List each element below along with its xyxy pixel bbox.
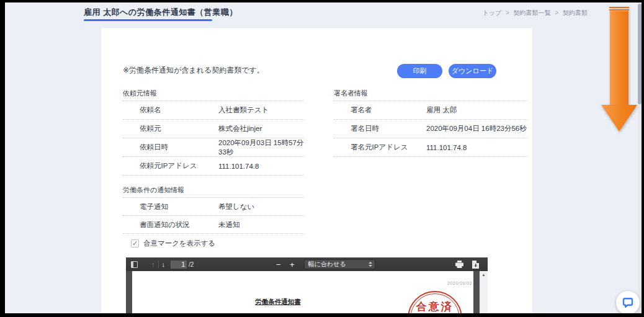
row-value: 雇用 太郎 (426, 105, 457, 115)
page-down-icon[interactable]: ↓ (162, 261, 166, 268)
fit-mode-label: 幅に合わせる (305, 260, 369, 269)
row-label: 依頼日時 (123, 143, 218, 152)
down-arrow-annotation-icon (595, 7, 643, 135)
zoom-in-icon[interactable]: + (288, 260, 297, 269)
table-row: 依頼日時 2020年09月03日 15時57分33秒 (123, 138, 304, 157)
checkbox[interactable]: ✓ (131, 239, 139, 248)
breadcrumb-item-contract: 契約書類 (563, 9, 588, 16)
select-spinner-icon (369, 260, 372, 269)
chat-launcher-button[interactable] (616, 291, 640, 315)
agreement-stamp: 合意済 合意日時 (408, 291, 462, 317)
page-count-label: /2 (189, 261, 194, 268)
breadcrumb-separator: > (506, 9, 509, 16)
row-value: 株式会社jinjer (218, 124, 262, 133)
signer-info-section: 署名者情報 署名者 雇用 太郎 署名日時 2020年09月04日 16時23分5… (334, 88, 527, 157)
row-label: 署名者 (334, 105, 426, 115)
row-label: 電子通知 (123, 202, 218, 212)
checkbox-label: 合意マークを表示する (143, 239, 215, 248)
row-value: 未通知 (218, 220, 240, 230)
zoom-out-icon[interactable]: − (274, 260, 283, 269)
row-label: 署名元IPアドレス (334, 143, 426, 152)
print-icon[interactable] (455, 261, 463, 268)
download-icon[interactable] (472, 261, 479, 269)
page-title-underline (84, 19, 212, 21)
pdf-viewer: 2020/09/03 労働条件通知書 合意済 合意日時 ↑ ↓ /2 − + 幅… (126, 257, 488, 317)
row-value: 2020年09月04日 16時23分56秒 (426, 124, 527, 133)
table-row: 依頼元 株式会社jinjer (123, 120, 304, 138)
row-value: 希望しない (218, 202, 254, 212)
pdf-toolbar: ↑ ↓ /2 − + 幅に合わせる (126, 257, 488, 271)
document-date: 2020/09/03 (447, 281, 472, 285)
agreement-stamp-divider (415, 313, 455, 314)
pdf-scrollbar[interactable]: ▲ (480, 271, 488, 317)
table-row: 電子通知 希望しない (123, 198, 304, 216)
pdf-document-page: 2020/09/03 労働条件通知書 合意済 合意日時 (132, 271, 473, 317)
breadcrumb-separator: > (555, 9, 558, 16)
page-up-icon[interactable]: ↑ (151, 261, 155, 268)
row-value: 入社書類テスト (218, 105, 269, 115)
breadcrumb: トップ > 契約書類一覧 > 契約書類 (482, 9, 588, 17)
signer-info-heading: 署名者情報 (334, 88, 527, 101)
page-number-input[interactable] (171, 261, 187, 269)
breadcrumb-item-top[interactable]: トップ (482, 9, 501, 16)
page-title: 雇用 太郎への労働条件通知書（営業職） (84, 7, 238, 18)
row-label: 依頼元 (123, 124, 218, 133)
table-row: 依頼元IPアドレス 111.101.74.8 (123, 157, 304, 176)
scroll-up-icon[interactable]: ▲ (480, 271, 488, 279)
fit-mode-select[interactable]: 幅に合わせる (304, 259, 375, 269)
row-label: 署名日時 (334, 124, 426, 133)
notice-info-section: 労働条件の通知情報 電子通知 希望しない 書面通知の状況 未通知 (123, 185, 304, 234)
row-label: 依頼元IPアドレス (123, 161, 218, 171)
download-button[interactable]: ダウンロード (449, 64, 496, 78)
chat-bubble-icon (622, 297, 634, 309)
notice-info-heading: 労働条件の通知情報 (123, 185, 304, 198)
breadcrumb-item-contract-list[interactable]: 契約書類一覧 (514, 9, 551, 16)
row-label: 依頼名 (123, 105, 218, 115)
requester-info-section: 依頼元情報 依頼名 入社書類テスト 依頼元 株式会社jinjer 依頼日時 20… (123, 88, 304, 176)
document-title: 労働条件通知書 (132, 298, 424, 306)
contract-note: ※労働条件通知が含まれる契約書類です。 (123, 65, 264, 76)
row-value: 2020年09月03日 15時57分33秒 (218, 138, 304, 157)
table-row: 署名者 雇用 太郎 (334, 101, 527, 120)
toolbar-divider (158, 261, 159, 268)
row-label: 書面通知の状況 (123, 220, 218, 230)
show-agreement-mark-checkbox-row[interactable]: ✓ 合意マークを表示する (131, 239, 215, 248)
table-row: 署名元IPアドレス 111.101.74.8 (334, 138, 527, 157)
print-button[interactable]: 印刷 (397, 64, 442, 78)
row-value: 111.101.74.8 (218, 163, 259, 170)
agreement-stamp-label: 合意済 (409, 300, 461, 314)
row-value: 111.101.74.8 (426, 144, 467, 151)
table-row: 書面通知の状況 未通知 (123, 216, 304, 234)
requester-info-heading: 依頼元情報 (123, 88, 304, 101)
table-row: 依頼名 入社書類テスト (123, 101, 304, 120)
sidebar-toggle-icon[interactable] (131, 261, 138, 268)
table-row: 署名日時 2020年09月04日 16時23分56秒 (334, 120, 527, 138)
